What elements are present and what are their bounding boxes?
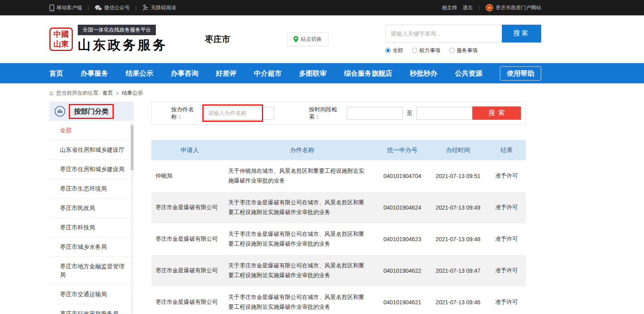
filter-name-label: 按办件名称： [171, 106, 204, 121]
logout-link[interactable]: 退出 [463, 4, 473, 11]
case-name-input[interactable] [204, 107, 274, 120]
site-title: 山东政务服务 [78, 36, 168, 54]
site-switch-button[interactable]: 站点切换 [287, 32, 328, 46]
topbar: 移动客户端 | 微信公众号 | 无障碍阅读 杨文帅 退出 | 枣庄市政府门户网站 [0, 0, 644, 15]
sidebar-item-civil-affairs[interactable]: 枣庄市民政局 [49, 199, 134, 218]
radio-option-all[interactable]: 全部 [385, 47, 403, 54]
wechat-link[interactable]: 微信公众号 [95, 4, 130, 11]
mobile-client-link[interactable]: 移动客户端 [49, 4, 82, 11]
cell-applicant: 枣庄市金星爆破有限公司 [151, 299, 228, 306]
cell-result: 准予许可 [487, 299, 526, 306]
radio-label: 权力事项 [419, 47, 440, 54]
mobile-phone-icon [49, 4, 54, 11]
results-main: 按办件名称： 按时间段检索： 至 搜索 申请人 办件名称 统一申办号 办结时间 … [151, 102, 526, 314]
cell-applicant: 枣庄市金星爆破有限公司 [151, 204, 228, 211]
sidebar-item-water[interactable]: 枣庄市城乡水务局 [49, 238, 134, 257]
sidebar-item-transport[interactable]: 枣庄市交通运输局 [49, 285, 134, 304]
radio-icon[interactable] [412, 48, 417, 53]
sidebar-item-city-housing[interactable]: 枣庄市住房和城乡建设局 [49, 160, 134, 179]
nav-item-agency-market[interactable]: 中介超市 [254, 69, 281, 78]
page-content: 按部门分类 全部 山东省住房和城乡建设厅 枣庄市住房和城乡建设局 枣庄市生态环境… [49, 102, 541, 314]
radio-option-power-items[interactable]: 权力事项 [412, 47, 440, 54]
nav-item-instant-approval[interactable]: 秒批秒办 [410, 69, 437, 78]
accessibility-label: 无障碍阅读 [151, 4, 176, 11]
site-logo-seal: 中國 山東 [49, 28, 73, 51]
search-scope-radios: 全部 权力事项 服务事项 [385, 47, 541, 54]
cell-apply-no: 040101904704 [376, 173, 429, 179]
cell-case-name: 关于枣庄市金星爆破有限公司在城市、风景名胜区和重要工程设施附近实施爆破作业审批的… [228, 293, 376, 312]
sidebar-scrollbar-track[interactable] [131, 122, 134, 314]
annotation-box-department: 按部门分类 [69, 104, 114, 119]
topbar-separator: | [135, 5, 136, 11]
header-finish-time: 办结时间 [429, 146, 487, 154]
topbar-separator: | [88, 5, 89, 11]
department-sidebar: 按部门分类 全部 山东省住房和城乡建设厅 枣庄市住房和城乡建设局 枣庄市生态环境… [49, 102, 134, 314]
current-city: 枣庄市 [205, 34, 230, 45]
wechat-icon [95, 5, 102, 11]
portal-link[interactable]: 枣庄市政府门户网站 [496, 4, 542, 11]
radio-label: 服务事项 [457, 47, 478, 54]
cell-apply-no: 040101904622 [376, 267, 429, 274]
sidebar-item-science-tech[interactable]: 枣庄市科技局 [49, 218, 134, 238]
cell-case-name: 关于仲晓旭在城市、风景名胜区和重要工程设施附近实施爆破作业审批的业务 [228, 166, 376, 186]
table-row: 枣庄市金星爆破有限公司 关于枣庄市金星爆破有限公司在城市、风景名胜区和重要工程设… [151, 192, 526, 223]
header-apply-no: 统一申办号 [376, 146, 429, 154]
nav-item-flagship-store[interactable]: 综合服务旗舰店 [344, 69, 392, 78]
radio-icon[interactable] [449, 48, 455, 53]
breadcrumb-current: 结果公示 [122, 89, 143, 97]
sidebar-item-ecology[interactable]: 枣庄市生态环境局 [49, 179, 134, 199]
cell-finish-time: 2021-07-13 09:49 [429, 204, 487, 211]
nav-item-home[interactable]: 首页 [49, 69, 63, 78]
filter-search-button[interactable]: 搜索 [472, 106, 521, 120]
nav-item-public-resources[interactable]: 公共资源 [455, 69, 482, 78]
table-row: 仲晓旭 关于仲晓旭在城市、风景名胜区和重要工程设施附近实施爆破作业审批的业务 0… [151, 160, 526, 192]
keyword-search-button[interactable]: 搜索 [502, 25, 541, 42]
results-table: 申请人 办件名称 统一申办号 办结时间 结果 仲晓旭 关于仲晓旭在城市、风景名胜… [151, 140, 526, 314]
cell-finish-time: 2021-07-13 09:47 [429, 267, 487, 274]
table-row: 枣庄市金星爆破有限公司 关于枣庄市金星爆破有限公司在城市、风景名胜区和重要工程设… [151, 255, 526, 286]
location-pin-icon [293, 36, 298, 42]
sidebar-item-admin-approval[interactable]: 枣庄市行政审批服务局 [49, 304, 134, 314]
accessibility-reading-icon [142, 4, 149, 11]
nav-item-rating[interactable]: 好差评 [216, 69, 236, 78]
site-header: 中國 山東 全国一体化在线政务服务平台 山东政务服务 枣庄市 站点切换 搜索 全… [0, 15, 644, 63]
seal-text-bottom: 山東 [53, 39, 69, 49]
filter-bar: 按办件名称： 按时间段检索： 至 搜索 [151, 102, 526, 125]
nav-item-help[interactable]: 使用帮助 [500, 66, 541, 81]
home-icon: ⌂ [49, 90, 53, 96]
date-from-input[interactable] [347, 107, 403, 120]
cell-result: 准予许可 [487, 172, 526, 180]
cell-applicant: 枣庄市金星爆破有限公司 [151, 267, 228, 274]
keyword-search-input[interactable] [385, 25, 502, 42]
cell-result: 准予许可 [487, 236, 526, 243]
nav-item-services[interactable]: 办事服务 [81, 69, 108, 78]
radio-icon[interactable] [385, 48, 391, 53]
wechat-label: 微信公众号 [104, 4, 130, 11]
radio-label: 全部 [393, 47, 403, 54]
username[interactable]: 杨文帅 [442, 4, 457, 11]
seal-text-top: 中國 [53, 30, 69, 39]
topbar-separator: | [478, 5, 480, 11]
cell-apply-no: 040101904623 [376, 236, 429, 242]
date-to-input[interactable] [417, 107, 472, 120]
sidebar-item-all[interactable]: 全部 [49, 121, 134, 140]
cell-applicant: 枣庄市金星爆破有限公司 [151, 236, 228, 243]
cell-apply-no: 040101904624 [376, 204, 429, 211]
filter-to-label: 至 [407, 110, 412, 117]
cell-result: 准予许可 [487, 267, 526, 274]
breadcrumb-home-link[interactable]: 首页 [102, 89, 113, 97]
sidebar-item-province-housing[interactable]: 山东省住房和城乡建设厅 [49, 140, 134, 160]
nav-item-multi-review[interactable]: 多图联审 [299, 69, 327, 78]
table-header-row: 申请人 办件名称 统一申办号 办结时间 结果 [151, 140, 526, 160]
cell-case-name: 关于枣庄市金星爆破有限公司在城市、风景名胜区和重要工程设施附近实施爆破作业审批的… [228, 198, 376, 217]
cell-result: 准予许可 [487, 204, 526, 211]
site-switch-label: 站点切换 [301, 36, 322, 43]
radio-option-service-items[interactable]: 服务事项 [449, 47, 478, 54]
nav-item-consult[interactable]: 办事咨询 [171, 69, 198, 78]
sidebar-scrollbar-thumb[interactable] [131, 125, 134, 170]
filter-time-label: 按时间段检索： [309, 106, 347, 121]
sidebar-item-finance-regulation[interactable]: 枣庄市地方金融监督管理局 [49, 257, 134, 285]
nav-item-results[interactable]: 结果公示 [126, 69, 153, 78]
accessibility-link[interactable]: 无障碍阅读 [142, 4, 176, 11]
cell-finish-time: 2021-07-13 09:51 [429, 173, 487, 179]
